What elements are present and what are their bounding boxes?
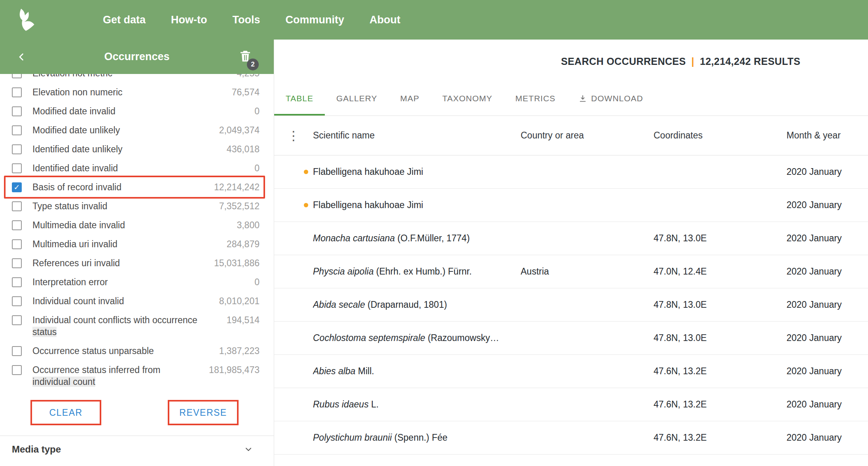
checkbox-icon[interactable] (12, 239, 22, 249)
table-row[interactable]: Physcia aipolia (Ehrh. ex Humb.) Fürnr.A… (274, 255, 868, 288)
annotation-box-clear: CLEAR (30, 400, 101, 425)
filter-label: Multimedia date invalid (32, 219, 125, 231)
nav-item-how-to[interactable]: How-to (171, 14, 207, 26)
column-menu-icon[interactable]: ⋮ (287, 129, 300, 142)
month-year-cell: 2020 January (787, 299, 868, 310)
tab-gallery[interactable]: GALLERY (325, 83, 389, 116)
row-leading-cell (274, 421, 313, 454)
scientific-name-italic: Monacha cartusiana (313, 233, 395, 243)
table-row[interactable]: Rubus idaeus L.47.6N, 13.2E2020 January (274, 388, 868, 421)
checkbox-icon[interactable] (12, 277, 22, 287)
filter-row[interactable]: Multimedia date invalid3,800 (0, 216, 274, 235)
table-row[interactable]: Flabelligena hakuhoae Jimi2020 January (274, 155, 868, 189)
checkbox-icon[interactable] (12, 87, 22, 97)
table-row[interactable]: Polystichum braunii (Spenn.) Fée47.6N, 1… (274, 421, 868, 455)
coordinates-cell: 47.6N, 13.2E (654, 432, 787, 443)
table-row[interactable]: Cochlostoma septemspirale (Razoumowsky…4… (274, 322, 868, 355)
checkbox-icon[interactable] (12, 201, 22, 211)
media-type-section-header[interactable]: Media type (0, 436, 274, 463)
nav-item-get-data[interactable]: Get data (103, 14, 146, 26)
coordinates-cell: 47.6N, 13.2E (654, 399, 787, 410)
tab-label: TAXONOMY (442, 94, 493, 103)
checkbox-icon[interactable] (12, 346, 22, 356)
checkbox-icon[interactable] (12, 365, 22, 375)
filter-count-badge: 2 (247, 59, 259, 70)
clear-button[interactable]: CLEAR (47, 407, 85, 419)
tab-map[interactable]: MAP (389, 83, 431, 116)
tab-taxonomy[interactable]: TAXONOMY (431, 83, 504, 116)
table-row[interactable]: Abies alba Mill.47.6N, 13.2E2020 January (274, 355, 868, 388)
checkbox-icon[interactable] (12, 163, 22, 173)
scientific-name-cell: Cochlostoma septemspirale (Razoumowsky… (313, 333, 521, 343)
filter-count: 194,514 (220, 314, 260, 326)
table-row[interactable]: Monacha cartusiana (O.F.Müller, 1774)47.… (274, 222, 868, 255)
checkbox-checked-icon[interactable]: ✓ (12, 182, 22, 192)
month-year-cell: 2020 January (787, 333, 868, 343)
filter-label-line2: status (32, 327, 57, 337)
filter-row[interactable]: Interpretation error0 (0, 273, 274, 292)
filter-count: 76,574 (226, 86, 260, 98)
tab-label: MAP (400, 94, 419, 103)
checkbox-icon[interactable] (12, 125, 22, 135)
filter-row[interactable]: Individual count invalid8,010,201 (0, 292, 274, 311)
filter-label-line2: individual count (32, 377, 95, 387)
column-coordinates: Coordinates (654, 130, 787, 141)
nav-item-community[interactable]: Community (286, 14, 345, 26)
tab-download[interactable]: DOWNLOAD (567, 83, 655, 116)
filter-label: Modified date invalid (32, 105, 116, 117)
annotation-box-reverse: REVERSE (168, 400, 239, 425)
scientific-name-cell: Polystichum braunii (Spenn.) Fée (313, 432, 521, 443)
filter-label: Interpretation error (32, 276, 108, 288)
filter-label: Individual count conflicts with occurren… (32, 314, 197, 338)
checkbox-icon[interactable] (12, 296, 22, 306)
column-scientific-name: Scientific name (313, 130, 521, 141)
filter-row[interactable]: Identified date unlikely436,018 (0, 140, 274, 159)
filter-row[interactable]: Modified date unlikely2,049,374 (0, 121, 274, 140)
checkbox-icon[interactable] (12, 144, 22, 154)
checkbox-icon[interactable] (12, 315, 22, 325)
column-month-year: Month & year (787, 130, 868, 141)
gbif-logo-icon[interactable] (13, 7, 38, 32)
table-row[interactable]: Flabelligena hakuhoae Jimi2020 January (274, 189, 868, 222)
nav-item-about[interactable]: About (370, 14, 400, 26)
filter-row[interactable]: Individual count conflicts with occurren… (0, 311, 274, 341)
filter-row[interactable]: Elevation non numeric76,574 (0, 83, 274, 102)
filter-count: 2,049,374 (213, 124, 260, 136)
tab-table[interactable]: TABLE (274, 83, 325, 116)
nav-item-tools[interactable]: Tools (233, 14, 260, 26)
trash-icon[interactable]: 2 (238, 49, 252, 65)
filter-row[interactable]: References uri invalid15,031,886 (0, 254, 274, 273)
tab-label: TABLE (286, 94, 313, 103)
filter-row[interactable]: Occurrence status unparsable1,387,223 (0, 341, 274, 360)
main-panel: SEARCH OCCURRENCES | 12,214,242 RESULTS … (274, 40, 868, 466)
content-area: Occurrences 2 Elevation not metric4,255E… (0, 40, 868, 466)
taxon-match-dot-icon (304, 170, 308, 174)
coordinates-cell: 47.8N, 13.0E (654, 233, 787, 244)
filter-row[interactable]: ✓Basis of record invalid12,214,242 (0, 178, 274, 197)
coordinates-cell: 47.0N, 12.4E (654, 266, 787, 277)
filter-label: Multimedia uri invalid (32, 238, 118, 250)
filter-list: Elevation not metric4,255Elevation non n… (0, 74, 274, 391)
checkbox-icon[interactable] (12, 258, 22, 268)
tab-metrics[interactable]: METRICS (504, 83, 567, 116)
table-row[interactable]: Abida secale (Draparnaud, 1801)47.8N, 13… (274, 288, 868, 322)
checkbox-icon[interactable] (12, 106, 22, 116)
filter-row[interactable]: Occurrence status inferred fromindividua… (0, 360, 274, 391)
checkbox-icon[interactable] (12, 220, 22, 230)
filter-row[interactable]: Identified date invalid0 (0, 159, 274, 178)
scientific-name-italic: Physcia aipolia (313, 266, 373, 277)
scientific-name-cell: Flabelligena hakuhoae Jimi (313, 200, 521, 210)
reverse-button[interactable]: REVERSE (177, 407, 229, 419)
sidebar-title: Occurrences (0, 51, 274, 63)
filter-count: 3,800 (230, 219, 260, 231)
filter-label: Identified date unlikely (32, 143, 123, 155)
results-count: 12,214,242 RESULTS (700, 56, 800, 67)
filter-actions: CLEAR REVERSE (30, 400, 274, 425)
scientific-name-cell: Rubus idaeus L. (313, 399, 521, 410)
table-header-row: ⋮ Scientific name Country or area Coordi… (274, 116, 868, 155)
filter-row[interactable]: Modified date invalid0 (0, 102, 274, 121)
filter-count: 8,010,201 (213, 295, 260, 307)
filter-row[interactable]: Multimedia uri invalid284,879 (0, 235, 274, 254)
filter-row[interactable]: Type status invalid7,352,512 (0, 197, 274, 216)
month-year-cell: 2020 January (787, 200, 868, 210)
